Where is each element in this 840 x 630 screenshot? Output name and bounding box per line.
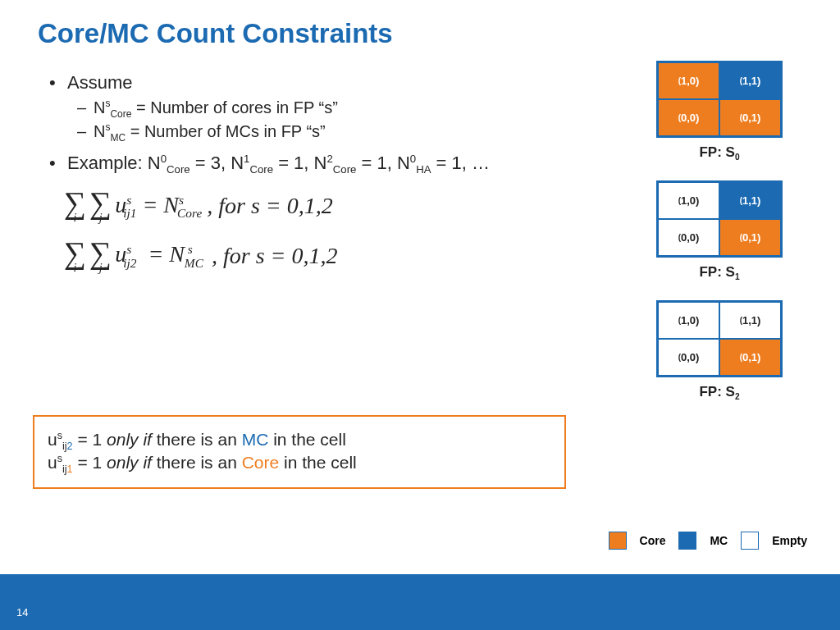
grid-0-cell-2: (0,0): [658, 99, 719, 136]
sub-bullet-mc-def: – NsMC = Number of MCs in FP “s”: [77, 122, 591, 141]
footer-bar: [0, 574, 840, 630]
grid-2-cell-1: (1,1): [719, 302, 781, 339]
equation-2: ∑i ∑j usij2 = N sMC , for s = 0,1,2: [64, 239, 591, 274]
grid-2-cell-3: (0,1): [719, 339, 781, 376]
mc-label: MC: [242, 430, 269, 449]
example-text: Example: N0Core = 3, N1Core = 1, N2Core …: [67, 153, 490, 174]
page-number: 14: [16, 606, 28, 619]
bullet-assume: •Assume: [49, 72, 591, 94]
sub-bullet-core-def: – NsCore = Number of cores in FP “s”: [77, 98, 591, 117]
sigma-i-2: ∑i: [64, 239, 86, 274]
grid-0-cell-0: (1,0): [658, 62, 719, 99]
grid-1-cell-3: (0,1): [719, 219, 781, 256]
grid-block-0: (1,0)(1,1)(0,0)(0,1)FP: S0: [641, 61, 797, 161]
sigma-j-2: ∑j: [89, 239, 112, 274]
slide-title: Core/MC Count Constraints: [38, 18, 393, 49]
grid-label-1: FP: S1: [641, 264, 797, 281]
swatch-empty: [741, 532, 759, 550]
eq1-tail: , for s = 0,1,2: [207, 193, 332, 219]
bullet-assume-text: Assume: [67, 72, 132, 94]
nmc-sub: MC: [110, 132, 126, 144]
equation-block: ∑i ∑j usij1 = NsCore , for s = 0,1,2 ∑i …: [64, 189, 591, 274]
fp-grid-2: (1,0)(1,1)(0,0)(0,1): [656, 300, 783, 377]
bullet-example: • Example: N0Core = 3, N1Core = 1, N2Cor…: [49, 153, 591, 174]
equation-1: ∑i ∑j usij1 = NsCore , for s = 0,1,2: [64, 189, 591, 224]
grid-label-2: FP: S2: [641, 384, 797, 400]
legend-core-label: Core: [640, 534, 666, 547]
swatch-core: [609, 532, 627, 550]
core-label: Core: [242, 453, 280, 472]
grid-1-cell-1: (1,1): [719, 182, 781, 219]
nmc-text: = Number of MCs in FP “s”: [126, 122, 326, 140]
legend-empty-label: Empty: [772, 534, 807, 547]
legend: Core MC Empty: [609, 532, 807, 550]
grid-block-2: (1,0)(1,1)(0,0)(0,1)FP: S2: [641, 300, 797, 400]
grid-0-cell-3: (0,1): [719, 99, 781, 136]
note-line-2: usij1 = 1 only if there is an Core in th…: [48, 453, 551, 472]
grid-0-cell-1: (1,1): [719, 62, 781, 99]
sigma-i-1: ∑i: [64, 189, 86, 224]
grid-block-1: (1,0)(1,1)(0,0)(0,1)FP: S1: [641, 180, 797, 281]
legend-mc-label: MC: [710, 534, 728, 547]
ncore-sub: Core: [110, 108, 131, 120]
grid-2-cell-2: (0,0): [658, 339, 719, 376]
content-area: •Assume – NsCore = Number of cores in FP…: [49, 72, 591, 289]
fp-grid-0: (1,0)(1,1)(0,0)(0,1): [656, 61, 783, 138]
note-line-1: usij2 = 1 only if there is an MC in the …: [48, 430, 551, 450]
grid-label-0: FP: S0: [641, 144, 797, 161]
grid-column: (1,0)(1,1)(0,0)(0,1)FP: S0(1,0)(1,1)(0,0…: [641, 61, 797, 420]
swatch-mc: [678, 532, 696, 550]
ncore-N: N: [94, 98, 105, 116]
nmc-N: N: [94, 122, 105, 140]
grid-1-cell-2: (0,0): [658, 219, 719, 256]
fp-grid-1: (1,0)(1,1)(0,0)(0,1): [656, 180, 783, 258]
note-box: usij2 = 1 only if there is an MC in the …: [33, 415, 566, 489]
sigma-j-1: ∑j: [89, 189, 112, 224]
ncore-text: = Number of cores in FP “s”: [131, 98, 337, 116]
grid-2-cell-0: (1,0): [658, 302, 719, 339]
eq2-tail: , for s = 0,1,2: [212, 243, 337, 269]
grid-1-cell-0: (1,0): [658, 182, 719, 219]
